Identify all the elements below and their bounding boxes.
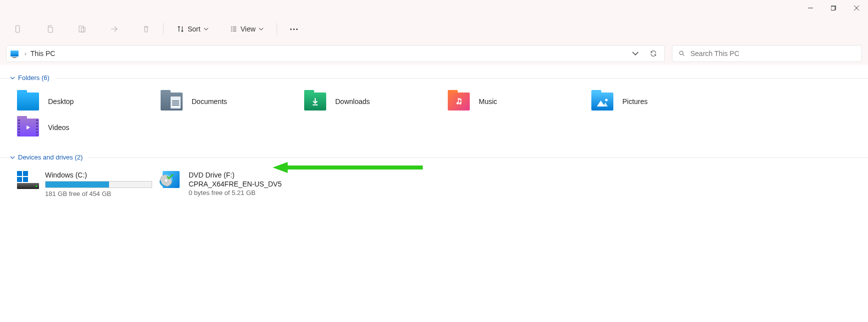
- svg-marker-17: [273, 162, 423, 173]
- folder-label: Videos: [48, 124, 70, 132]
- sort-label: Sort: [188, 25, 201, 33]
- folders-group-title: Folders (6): [18, 74, 50, 82]
- drive-windows-c[interactable]: Windows (C:) 181 GB free of 454 GB: [10, 168, 154, 200]
- downloads-folder-icon: [304, 92, 326, 110]
- drives-grid: Windows (C:) 181 GB free of 454 GB DVD D…: [0, 164, 868, 204]
- toolbar-divider: [163, 23, 164, 35]
- folder-label: Pictures: [622, 98, 648, 106]
- breadcrumb-chevron-icon: ›: [25, 50, 27, 56]
- folder-downloads[interactable]: Downloads: [297, 88, 441, 114]
- chevron-down-icon: [10, 155, 15, 160]
- drive-free-text: 181 GB free of 454 GB: [45, 190, 152, 198]
- toolbar-divider: [277, 23, 277, 35]
- toolbar: Sort View: [0, 16, 868, 42]
- drive-volume-label: CPRA_X64FRE_EN-US_DV5: [189, 180, 290, 188]
- drives-group-header[interactable]: Devices and drives (2): [0, 150, 868, 164]
- folder-pictures[interactable]: Pictures: [584, 88, 728, 114]
- content-area: Folders (6) Desktop Documents: [0, 65, 868, 322]
- videos-folder-icon: [17, 118, 39, 136]
- sort-button[interactable]: Sort: [172, 22, 214, 36]
- dvd-drive-icon: [161, 171, 183, 189]
- drive-free-text: 0 bytes free of 5.21 GB: [189, 189, 290, 196]
- ellipsis-icon: [284, 28, 304, 30]
- svg-marker-14: [27, 126, 30, 130]
- address-bar[interactable]: › This PC: [6, 45, 665, 62]
- delete-button[interactable]: [137, 20, 155, 38]
- chevron-down-icon: [10, 76, 15, 80]
- svg-point-13: [605, 98, 608, 101]
- search-input[interactable]: [690, 50, 855, 58]
- chevron-down-icon: [259, 26, 264, 32]
- svg-point-9: [679, 51, 683, 54]
- svg-rect-6: [48, 27, 53, 32]
- maximize-button[interactable]: [822, 0, 845, 16]
- folder-label: Downloads: [335, 98, 370, 106]
- chevron-down-icon: [204, 26, 209, 32]
- view-button[interactable]: View: [225, 22, 269, 36]
- folder-label: Documents: [192, 98, 227, 106]
- address-row: › This PC: [0, 42, 868, 65]
- search-box[interactable]: [672, 45, 862, 62]
- documents-folder-icon: [161, 92, 183, 110]
- minimize-button[interactable]: [799, 0, 822, 16]
- svg-rect-8: [82, 28, 86, 32]
- more-button[interactable]: [285, 20, 303, 38]
- pc-icon: [11, 50, 19, 56]
- annotation-arrow: [273, 161, 423, 174]
- cut-button[interactable]: [9, 20, 27, 38]
- svg-rect-2: [831, 6, 835, 10]
- refresh-button[interactable]: [646, 46, 660, 60]
- drive-usage-bar: [45, 181, 152, 188]
- folder-label: Music: [479, 98, 497, 106]
- folder-desktop[interactable]: Desktop: [10, 88, 154, 114]
- pictures-folder-icon: [591, 92, 613, 110]
- breadcrumb-location[interactable]: This PC: [31, 50, 56, 58]
- music-folder-icon: [448, 92, 470, 110]
- svg-marker-12: [603, 102, 608, 106]
- paste-button[interactable]: [73, 20, 91, 38]
- folder-videos[interactable]: Videos: [10, 114, 154, 140]
- drive-name: Windows (C:): [45, 171, 152, 179]
- folders-group-header[interactable]: Folders (6): [0, 71, 868, 84]
- disk-drive-icon: [17, 171, 39, 189]
- folder-music[interactable]: Music: [441, 88, 584, 114]
- svg-line-10: [683, 54, 684, 56]
- svg-rect-5: [16, 26, 20, 32]
- view-label: View: [241, 25, 256, 33]
- desktop-folder-icon: [17, 92, 39, 110]
- search-icon: [678, 50, 685, 57]
- close-button[interactable]: [845, 0, 868, 16]
- share-button[interactable]: [105, 20, 123, 38]
- history-dropdown-button[interactable]: [628, 46, 642, 60]
- folders-grid: Desktop Documents Downloads: [0, 84, 868, 150]
- title-bar: [0, 0, 868, 16]
- folder-documents[interactable]: Documents: [154, 88, 297, 114]
- copy-button[interactable]: [41, 20, 59, 38]
- folder-label: Desktop: [48, 98, 74, 106]
- drives-group-title: Devices and drives (2): [18, 154, 83, 161]
